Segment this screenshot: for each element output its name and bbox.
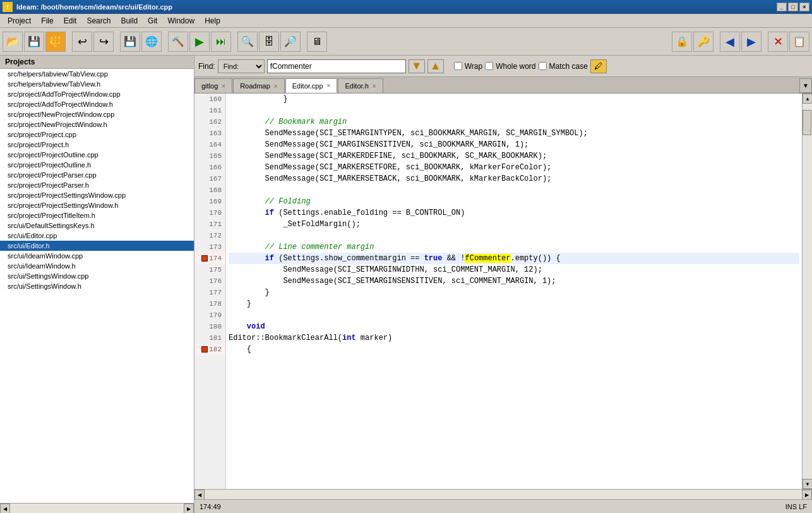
close-red-btn[interactable]: ✕ (768, 32, 788, 52)
code-line-161 (229, 105, 799, 116)
find-btn[interactable]: 🔍 (237, 32, 258, 52)
sidebar-item-0[interactable]: src/helpers/tabview/TabView.cpp (0, 69, 194, 79)
code-line-178: } (229, 298, 799, 310)
sidebar-item-5[interactable]: src/project/NewProjectWindow.h (0, 119, 194, 130)
sidebar-item-17[interactable]: src/ui/Editor.h (0, 241, 194, 251)
find-up-btn[interactable]: ▲ (427, 59, 444, 73)
find-down-btn[interactable]: ▼ (409, 59, 425, 73)
sidebar-item-11[interactable]: src/project/ProjectParser.h (0, 180, 194, 190)
ideam-btn[interactable]: 📋 (789, 32, 809, 52)
menu-edit[interactable]: Edit (59, 15, 82, 27)
match-case-label: Match case (549, 62, 588, 71)
sidebar-item-9[interactable]: src/project/ProjectOutline.h (0, 160, 194, 170)
build-btn[interactable]: 🔨 (168, 32, 188, 52)
code-hscrollbar[interactable]: ◀ ▶ (194, 489, 812, 499)
code-lines[interactable]: } // Bookmark margin SendMessage(SCI_SET… (226, 94, 802, 489)
whole-word-checkbox[interactable] (485, 62, 493, 70)
menu-help[interactable]: Help (200, 15, 225, 27)
line-num-170: 170 (194, 207, 225, 219)
scroll-track[interactable] (803, 104, 812, 479)
tab-roadmap-close[interactable]: × (274, 83, 278, 90)
sidebar-hscroll: ◀ ▶ (0, 503, 194, 513)
menu-search[interactable]: Search (81, 15, 116, 27)
search-btn[interactable]: 🔎 (280, 32, 301, 52)
run-btn[interactable]: ▶ (189, 32, 210, 52)
key-btn[interactable]: 🔑 (693, 32, 713, 52)
sidebar-item-20[interactable]: src/ui/SettingsWindow.cpp (0, 271, 194, 281)
maximize-btn[interactable]: □ (788, 3, 798, 11)
sidebar-item-2[interactable]: src/project/AddToProjectWindow.cpp (0, 89, 194, 99)
code-vscrollbar[interactable]: ▲ ▼ (802, 94, 812, 489)
step-btn[interactable]: ⏭ (211, 32, 231, 52)
code-content-area: Find: Find: Replace: ▼ ▲ Wrap Whole word… (194, 56, 812, 513)
sidebar-item-15[interactable]: src/ui/DefaultSettingsKeys.h (0, 220, 194, 231)
sidebar-item-1[interactable]: src/helpers/tabview/TabView.h (0, 79, 194, 89)
network-btn[interactable]: 🌐 (141, 32, 162, 52)
tab-editor-h[interactable]: Editor.h × (338, 78, 383, 93)
close-btn[interactable]: × (799, 3, 809, 11)
tab-editor-h-close[interactable]: × (373, 83, 376, 90)
line-num-161: 161 (194, 105, 225, 116)
find-input[interactable] (267, 59, 406, 73)
sidebar-item-6[interactable]: src/project/Project.cpp (0, 130, 194, 140)
sidebar-item-21[interactable]: src/ui/SettingsWindow.h (0, 281, 194, 291)
tab-gitlog-label: gitlog (201, 82, 218, 90)
find-mode-dropdown[interactable]: Find: Replace: (218, 59, 265, 73)
nav-right-btn[interactable]: ▶ (741, 32, 761, 52)
code-line-180: void (229, 321, 799, 332)
tab-gitlog[interactable]: gitlog × (194, 78, 232, 93)
line-num-167: 167 (194, 173, 225, 184)
redo-btn[interactable]: ↪ (93, 32, 114, 52)
undo-btn[interactable]: ↩ (72, 32, 92, 52)
tab-editor-cpp[interactable]: Editor.cpp × (285, 78, 338, 93)
nav-left-btn[interactable]: ◀ (720, 32, 740, 52)
file-save-btn[interactable]: 💾 (120, 32, 140, 52)
menu-file[interactable]: File (36, 15, 58, 27)
sidebar-item-13[interactable]: src/project/ProjectSettingsWindow.h (0, 200, 194, 210)
title-bar: I Ideam: /boot/home/scm/ideam/src/ui/Edi… (0, 0, 812, 14)
wrap-group: Wrap (454, 62, 482, 71)
find-label: Find: (198, 62, 215, 71)
sidebar-item-12[interactable]: src/project/ProjectSettingsWindow.cpp (0, 190, 194, 200)
menu-git[interactable]: Git (143, 15, 162, 27)
match-case-checkbox[interactable] (539, 62, 547, 70)
h-scroll-track-code (205, 490, 802, 499)
code-line-179 (229, 310, 799, 321)
scroll-up-btn[interactable]: ▲ (803, 94, 812, 104)
db-btn[interactable]: 🗄 (259, 32, 279, 52)
line-num-174: 174 (194, 253, 225, 264)
code-editor[interactable]: 1601611621631641651661671681691701711721… (194, 94, 812, 489)
highlight-btn[interactable]: 🖊 (590, 59, 607, 73)
tab-editor-cpp-close[interactable]: × (327, 82, 331, 89)
sidebar-item-18[interactable]: src/ui/IdeamWindow.cpp (0, 251, 194, 261)
h-scroll-left-code[interactable]: ◀ (194, 490, 205, 500)
sidebar-item-7[interactable]: src/project/Project.h (0, 140, 194, 150)
sidebar-item-8[interactable]: src/project/ProjectOutline.cpp (0, 150, 194, 160)
scroll-down-btn[interactable]: ▼ (803, 479, 812, 489)
open-folder-btn[interactable]: 📂 (3, 32, 23, 52)
tabs-overflow-btn[interactable]: ▼ (799, 78, 812, 93)
save-disk-btn[interactable]: 💾 (24, 32, 44, 52)
h-scroll-left[interactable]: ◀ (0, 504, 10, 513)
lock-btn[interactable]: 🔒 (672, 32, 692, 52)
sidebar-item-10[interactable]: src/project/ProjectParser.cpp (0, 170, 194, 180)
sidebar-item-3[interactable]: src/project/AddToProjectWindow.h (0, 99, 194, 109)
menu-window[interactable]: Window (162, 15, 200, 27)
tab-roadmap[interactable]: Roadmap × (233, 78, 285, 93)
sidebar-item-14[interactable]: src/project/ProjectTitleItem.h (0, 210, 194, 220)
tab-gitlog-close[interactable]: × (222, 83, 225, 90)
wrap-checkbox[interactable] (454, 62, 462, 70)
code-line-177: } (229, 287, 799, 298)
minimize-btn[interactable]: _ (777, 3, 787, 11)
scroll-thumb[interactable] (803, 110, 811, 135)
menu-build[interactable]: Build (116, 15, 143, 27)
sidebar-item-16[interactable]: src/ui/Editor.cpp (0, 231, 194, 241)
sidebar-item-19[interactable]: src/ui/IdeamWindow.h (0, 261, 194, 271)
h-scroll-right-code[interactable]: ▶ (802, 490, 812, 500)
menu-project[interactable]: Project (3, 15, 36, 27)
haiku-btn[interactable]: 🔱 (45, 32, 66, 52)
h-scroll-right[interactable]: ▶ (184, 504, 194, 513)
line-num-177: 177 (194, 287, 225, 298)
sidebar-item-4[interactable]: src/project/NewProjectWindow.cpp (0, 109, 194, 119)
terminal-btn[interactable]: 🖥 (307, 32, 327, 52)
